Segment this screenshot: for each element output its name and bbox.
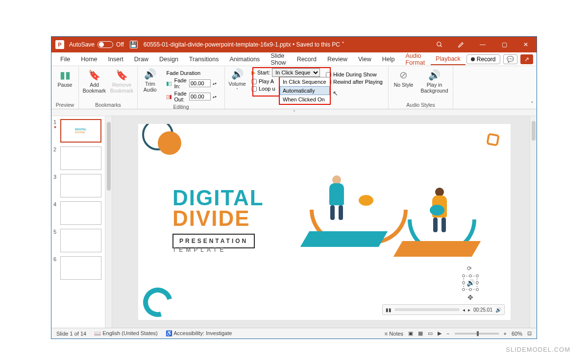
comments-button[interactable]: 💬: [503, 54, 517, 64]
tab-design[interactable]: Design: [154, 54, 183, 65]
slide-canvas[interactable]: DIGITAL DIVIDE PRESENTATION TEMPLATE: [138, 124, 511, 320]
titlebar: P AutoSave Off 💾 60555-01-digital-divide…: [51, 37, 537, 52]
dropdown-option-when-clicked[interactable]: When Clicked On: [280, 95, 330, 104]
tab-insert[interactable]: Insert: [103, 54, 128, 65]
audio-track[interactable]: [394, 308, 460, 311]
tab-transitions[interactable]: Transitions: [184, 54, 224, 65]
pen-icon[interactable]: [450, 37, 472, 52]
audio-volume-icon[interactable]: 🔊: [495, 307, 501, 313]
accessibility-status[interactable]: ♿ Accessibility: Investigate: [166, 330, 232, 337]
group-audio-styles-label: Audio Styles: [392, 102, 449, 109]
slide-thumbnails: 1★DIGITALDIVIDE 2 3 4 5 6: [51, 116, 105, 328]
language-indicator[interactable]: 📖 English (United States): [94, 330, 158, 337]
fit-window-button[interactable]: ⊡: [527, 330, 532, 337]
audio-next-icon[interactable]: ▸: [468, 307, 470, 313]
start-dropdown-popup: In Click Sequence Automatically When Cli…: [279, 77, 331, 105]
add-bookmark-button[interactable]: 🔖 Add Bookmark: [83, 69, 106, 94]
dropdown-option-in-click[interactable]: In Click Sequence: [280, 77, 330, 86]
play-in-background-button[interactable]: 🔊 Play in Background: [419, 69, 450, 94]
bookmark-add-icon: 🔖: [88, 69, 100, 81]
start-icon: ▶: [251, 70, 255, 76]
thumbnail-5[interactable]: [60, 229, 101, 252]
slide-title: DIGITAL DIVIDE: [172, 188, 264, 229]
tab-record[interactable]: Record: [292, 54, 321, 65]
start-dropdown[interactable]: In Click Sequence: [272, 68, 320, 77]
dropdown-option-automatically[interactable]: Automatically: [280, 86, 330, 95]
record-button[interactable]: Record: [466, 54, 500, 64]
hide-during-show-checkbox[interactable]: [326, 72, 331, 77]
view-slideshow-icon[interactable]: ▶: [438, 330, 441, 337]
spinner-icon[interactable]: ▴▾: [213, 95, 217, 99]
tab-file[interactable]: File: [55, 54, 75, 65]
spinner-icon[interactable]: ▴▾: [213, 81, 217, 86]
volume-button-group: 🔊 Volume˅: [225, 66, 249, 109]
play-bg-icon: 🔊: [428, 69, 441, 81]
thumbnail-4[interactable]: [60, 201, 101, 225]
tab-audio-format[interactable]: Audio Format: [401, 50, 430, 68]
move-handle-icon[interactable]: ✥: [467, 293, 473, 301]
fade-in-input[interactable]: [189, 79, 211, 87]
close-button[interactable]: ✕: [515, 37, 537, 52]
group-audio-styles: ⊘ No Style 🔊 Play in Background Audio St…: [389, 66, 453, 109]
no-style-icon: ⊘: [399, 69, 408, 81]
tab-help[interactable]: Help: [377, 54, 400, 65]
notes-button[interactable]: ≡ Notes: [385, 331, 403, 337]
view-reading-icon[interactable]: ▭: [428, 330, 433, 337]
fade-in-label: Fade In:: [174, 77, 187, 89]
document-title: 60555-01-digital-divide-powerpoint-templ…: [144, 41, 344, 48]
tab-playback[interactable]: Playback: [431, 53, 466, 65]
autosave-toggle[interactable]: AutoSave Off: [69, 41, 124, 48]
zoom-in-button[interactable]: +: [504, 331, 507, 337]
share-button[interactable]: ↗: [520, 54, 533, 64]
group-preview-label: Preview: [55, 102, 74, 109]
zoom-out-button[interactable]: −: [446, 331, 449, 337]
volume-button[interactable]: 🔊 Volume˅: [225, 68, 249, 92]
thumbnail-3[interactable]: [60, 174, 101, 197]
group-editing: 🔊 Trim Audio Fade Duration ▮▯ Fade In: ▴…: [138, 66, 225, 109]
rotate-handle-icon[interactable]: ⟳: [467, 265, 472, 272]
canvas-scrollbar[interactable]: [530, 116, 537, 328]
maximize-button[interactable]: ▢: [493, 37, 515, 52]
thumbnail-scrollbar[interactable]: [105, 116, 112, 328]
view-normal-icon[interactable]: ▣: [408, 330, 413, 337]
ribbon-collapse-button[interactable]: ˅: [531, 101, 534, 108]
tab-animations[interactable]: Animations: [225, 54, 265, 65]
tab-home[interactable]: Home: [76, 54, 102, 65]
group-preview: ▮▮ Pause Preview: [51, 66, 79, 109]
tab-review[interactable]: Review: [322, 54, 352, 65]
workspace: 1★DIGITALDIVIDE 2 3 4 5 6 DIGITAL DIVIDE: [51, 116, 537, 328]
view-sorter-icon[interactable]: ▦: [418, 330, 423, 337]
tab-slideshow[interactable]: Slide Show: [266, 50, 291, 68]
pause-button[interactable]: ▮▮ Pause: [53, 69, 77, 88]
audio-object[interactable]: 🔊: [464, 276, 477, 290]
fade-out-input[interactable]: [189, 93, 211, 100]
app-icon: P: [55, 40, 64, 49]
watermark: SLIDEMODEL.COM: [506, 346, 570, 353]
autosave-switch[interactable]: [98, 41, 113, 48]
slide-canvas-area: DIGITAL DIVIDE PRESENTATION TEMPLATE: [112, 116, 537, 328]
zoom-slider[interactable]: [455, 333, 499, 335]
minimize-button[interactable]: —: [472, 37, 493, 52]
save-icon[interactable]: 💾: [130, 41, 138, 49]
audio-pause-icon[interactable]: ▮▮: [386, 307, 392, 313]
cursor-icon: ↖: [333, 90, 338, 97]
group-bookmarks-label: Bookmarks: [83, 102, 133, 109]
no-style-button[interactable]: ⊘ No Style: [392, 69, 416, 88]
fade-in-icon: ▮▯: [166, 80, 172, 87]
group-bookmarks: 🔖 Add Bookmark 🔖 Remove Bookmark Bookmar…: [79, 66, 138, 109]
collapse-bar[interactable]: ˅: [51, 109, 537, 116]
thumbnail-6[interactable]: [60, 256, 101, 280]
loop-label: Loop u: [259, 86, 275, 92]
search-icon[interactable]: [429, 37, 450, 52]
loop-checkbox[interactable]: [251, 86, 257, 92]
audio-prev-icon[interactable]: ◂: [463, 307, 465, 313]
tab-view[interactable]: View: [353, 54, 376, 65]
zoom-level[interactable]: 60%: [512, 331, 522, 337]
start-label: Start:: [257, 70, 270, 75]
rewind-label: Rewind after Playing: [333, 79, 383, 85]
trim-audio-button[interactable]: 🔊 Trim Audio: [142, 68, 158, 104]
thumbnail-2[interactable]: [60, 146, 101, 170]
thumbnail-1[interactable]: DIGITALDIVIDE: [60, 119, 101, 143]
play-across-checkbox[interactable]: [251, 79, 257, 84]
tab-draw[interactable]: Draw: [129, 54, 153, 65]
